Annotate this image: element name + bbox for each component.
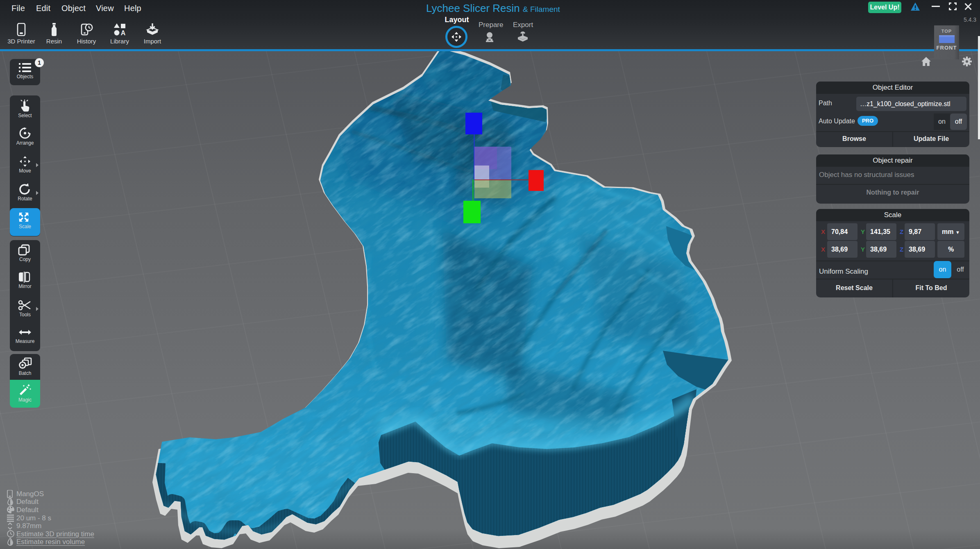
svg-text:A: A (121, 29, 126, 36)
